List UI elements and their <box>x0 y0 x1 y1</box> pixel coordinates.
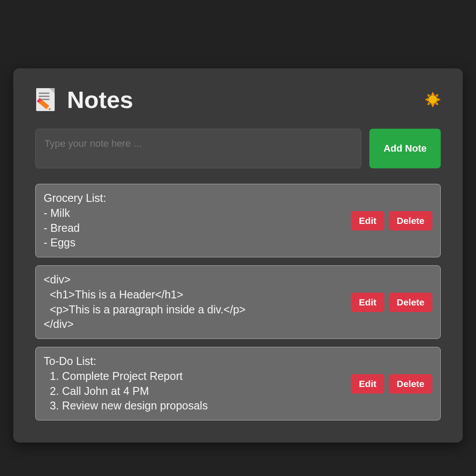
edit-button[interactable]: Edit <box>351 374 384 394</box>
svg-marker-12 <box>425 98 428 101</box>
svg-marker-11 <box>431 104 435 108</box>
svg-point-9 <box>428 95 437 104</box>
header-row: Notes <box>35 86 441 113</box>
edit-button[interactable]: Edit <box>351 293 384 312</box>
notes-card: Notes <box>13 68 463 443</box>
svg-marker-10 <box>431 92 435 95</box>
note-text: To-Do List: 1. Complete Project Report 2… <box>44 354 208 413</box>
note-actions: Edit Delete <box>351 374 432 394</box>
add-note-button[interactable]: Add Note <box>369 129 441 168</box>
note-text: Grocery List: - Milk - Bread - Eggs <box>44 191 106 250</box>
note-actions: Edit Delete <box>351 211 432 231</box>
svg-rect-2 <box>39 93 49 94</box>
page-title: Notes <box>67 86 133 113</box>
edit-button[interactable]: Edit <box>351 211 384 231</box>
delete-button[interactable]: Delete <box>389 374 432 394</box>
note-text: <div> <h1>This is a Header</h1> <p>This … <box>44 272 245 332</box>
notes-document-pencil-icon <box>35 87 57 112</box>
note-item: Grocery List: - Milk - Bread - Eggs Edit… <box>35 184 441 257</box>
delete-button[interactable]: Delete <box>389 211 432 231</box>
delete-button[interactable]: Delete <box>389 293 432 312</box>
note-input[interactable] <box>35 129 361 168</box>
note-item: <div> <h1>This is a Header</h1> <p>This … <box>35 265 441 339</box>
title-wrap: Notes <box>35 86 133 113</box>
svg-marker-13 <box>437 98 441 101</box>
input-row: Add Note <box>35 129 441 168</box>
note-item: To-Do List: 1. Complete Project Report 2… <box>35 347 441 420</box>
theme-toggle-icon[interactable] <box>425 92 441 108</box>
notes-list: Grocery List: - Milk - Bread - Eggs Edit… <box>35 184 441 420</box>
note-actions: Edit Delete <box>351 293 432 312</box>
svg-rect-3 <box>39 96 49 97</box>
